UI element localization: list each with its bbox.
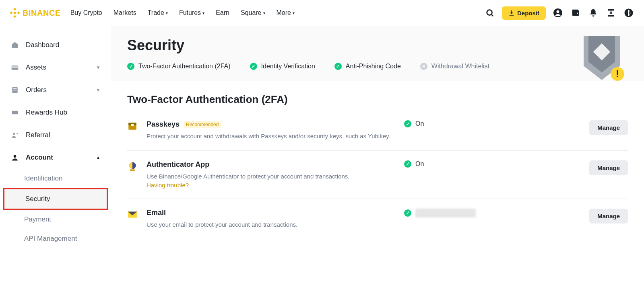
nav-label: Earn bbox=[216, 9, 229, 16]
nav-square[interactable]: Square▾ bbox=[241, 9, 265, 16]
chevron-up-icon: ▲ bbox=[96, 155, 101, 160]
svg-rect-13 bbox=[608, 15, 614, 17]
deposit-button[interactable]: Deposit bbox=[502, 6, 546, 20]
chevron-down-icon: ▾ bbox=[166, 11, 168, 15]
sidebar-item-dashboard[interactable]: Dashboard bbox=[0, 34, 111, 56]
deposit-label: Deposit bbox=[517, 10, 539, 16]
security-shield-badge: ! bbox=[580, 34, 624, 88]
check-ok-icon: ✓ bbox=[250, 63, 257, 70]
row-passkeys: Passkeys Recommended Protect your accoun… bbox=[127, 115, 628, 151]
authenticator-icon bbox=[127, 161, 138, 173]
nav-label: More bbox=[277, 9, 291, 16]
download-icon bbox=[508, 10, 515, 16]
sidebar-sub-security[interactable]: Security bbox=[4, 189, 107, 209]
chevron-down-icon: ▾ bbox=[293, 11, 295, 15]
nav-trade[interactable]: Trade▾ bbox=[148, 9, 168, 16]
svg-rect-14 bbox=[12, 66, 19, 70]
nav-earn[interactable]: Earn bbox=[216, 9, 229, 16]
sidebar-item-account[interactable]: Account ▲ bbox=[0, 146, 111, 169]
check-phishing: ✓Anti-Phishing Code bbox=[334, 63, 401, 70]
orders-icon bbox=[10, 86, 19, 94]
row-action: Manage bbox=[589, 120, 628, 135]
notification-bell-icon[interactable] bbox=[588, 7, 599, 18]
title-text: Passkeys bbox=[147, 120, 180, 129]
row-action: Manage bbox=[589, 209, 628, 223]
title-text: Authenticator App bbox=[147, 160, 209, 169]
manage-email-button[interactable]: Manage bbox=[589, 209, 628, 223]
globe-language-icon[interactable] bbox=[623, 7, 634, 18]
svg-rect-4 bbox=[13, 11, 16, 14]
chevron-down-icon: ▾ bbox=[202, 11, 204, 15]
status-text: On bbox=[415, 160, 424, 168]
sidebar: Dashboard Assets ▼ Orders ▼ Rewards Hub … bbox=[0, 26, 111, 250]
main-nav: Buy Crypto Markets Trade▾ Futures▾ Earn … bbox=[70, 9, 484, 16]
row-email: Email Use your email to protect your acc… bbox=[127, 199, 628, 239]
check-ok-icon: ✓ bbox=[127, 63, 134, 70]
nav-futures[interactable]: Futures▾ bbox=[179, 9, 204, 16]
chevron-down-icon: ▾ bbox=[263, 11, 265, 15]
svg-rect-2 bbox=[10, 11, 12, 14]
email-icon bbox=[127, 209, 138, 221]
recommended-badge: Recommended bbox=[184, 121, 221, 128]
sidebar-sub-api[interactable]: API Management bbox=[0, 229, 111, 248]
nav-label: Markets bbox=[114, 9, 136, 16]
home-icon bbox=[10, 41, 19, 49]
sidebar-item-assets[interactable]: Assets ▼ bbox=[0, 56, 111, 79]
nav-buy-crypto[interactable]: Buy Crypto bbox=[70, 9, 102, 16]
sidebar-label: Dashboard bbox=[26, 41, 59, 49]
main-content: Security ✓Two-Factor Authentication (2FA… bbox=[111, 26, 644, 250]
sidebar-sub-identification[interactable]: Identification bbox=[0, 169, 111, 188]
svg-rect-18 bbox=[13, 90, 17, 90]
chevron-down-icon: ▼ bbox=[96, 87, 101, 93]
svg-line-6 bbox=[491, 14, 493, 16]
row-status: ✓ bbox=[404, 209, 493, 217]
svg-rect-1 bbox=[13, 15, 16, 18]
nav-more[interactable]: More▾ bbox=[277, 9, 295, 16]
check-ok-icon: ✓ bbox=[334, 63, 342, 70]
profile-icon[interactable] bbox=[552, 7, 564, 18]
svg-rect-12 bbox=[608, 9, 614, 11]
svg-rect-10 bbox=[572, 10, 578, 12]
download-app-icon[interactable] bbox=[605, 7, 617, 18]
row-action: Manage bbox=[589, 160, 628, 175]
row-status: ✓ On bbox=[404, 160, 493, 168]
ticket-icon bbox=[10, 109, 19, 117]
user-icon bbox=[10, 154, 19, 162]
status-ok-icon: ✓ bbox=[404, 120, 411, 127]
row-description: Use Binance/Google Authenticator to prot… bbox=[147, 172, 396, 181]
logo[interactable]: BINANCE bbox=[10, 8, 61, 18]
header-actions: Deposit bbox=[484, 6, 634, 20]
binance-logo-icon bbox=[10, 8, 20, 18]
referral-icon bbox=[10, 131, 19, 139]
manage-passkeys-button[interactable]: Manage bbox=[589, 120, 628, 135]
svg-point-8 bbox=[557, 10, 559, 13]
sidebar-sub-payment[interactable]: Payment bbox=[0, 210, 111, 229]
check-identity: ✓Identity Verification bbox=[250, 63, 315, 70]
check-label: Withdrawal Whitelist bbox=[431, 63, 489, 70]
row-description: Use your email to protect your account a… bbox=[147, 220, 396, 229]
check-label: Anti-Phishing Code bbox=[346, 63, 401, 70]
status-text: On bbox=[415, 120, 424, 127]
check-whitelist[interactable]: ✕Withdrawal Whitelist bbox=[420, 63, 489, 70]
page-title: Security bbox=[127, 37, 628, 54]
svg-rect-17 bbox=[13, 88, 17, 89]
nav-markets[interactable]: Markets bbox=[114, 9, 136, 16]
status-ok-icon: ✓ bbox=[404, 209, 411, 217]
having-trouble-link[interactable]: Having trouble? bbox=[147, 182, 189, 189]
sidebar-label: Orders bbox=[26, 86, 47, 94]
manage-authenticator-button[interactable]: Manage bbox=[589, 160, 628, 175]
svg-rect-0 bbox=[13, 8, 16, 10]
sidebar-item-referral[interactable]: Referral bbox=[0, 124, 111, 146]
nav-label: Buy Crypto bbox=[70, 9, 102, 16]
row-title: Authenticator App bbox=[147, 160, 396, 169]
row-title: Email bbox=[147, 209, 396, 217]
top-header: BINANCE Buy Crypto Markets Trade▾ Future… bbox=[0, 0, 644, 26]
security-hero: Security ✓Two-Factor Authentication (2FA… bbox=[111, 26, 644, 81]
svg-rect-15 bbox=[12, 67, 19, 68]
search-icon[interactable] bbox=[484, 7, 495, 18]
sidebar-item-rewards[interactable]: Rewards Hub bbox=[0, 101, 111, 124]
wallet-icon[interactable] bbox=[570, 7, 581, 18]
sidebar-item-orders[interactable]: Orders ▼ bbox=[0, 79, 111, 101]
sidebar-label: Rewards Hub bbox=[26, 109, 67, 117]
svg-rect-26 bbox=[131, 124, 134, 126]
